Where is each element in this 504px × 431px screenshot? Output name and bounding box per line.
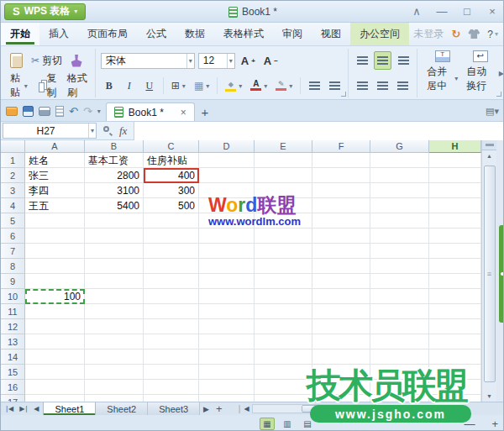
close-document-icon[interactable]: × xyxy=(169,107,186,118)
cell-G13[interactable] xyxy=(370,334,429,350)
cell-B9[interactable] xyxy=(85,274,144,289)
maximize-button[interactable]: □ xyxy=(454,1,480,23)
cell-B15[interactable] xyxy=(85,365,144,380)
menu-tab-6[interactable]: 审阅 xyxy=(273,23,312,45)
cell-F7[interactable] xyxy=(312,244,370,259)
cell-C5[interactable] xyxy=(144,213,199,229)
cell-H13[interactable] xyxy=(429,334,481,350)
cell-B17[interactable] xyxy=(85,395,144,402)
cell-F9[interactable] xyxy=(312,274,370,289)
column-header-C[interactable]: C xyxy=(144,140,199,153)
qat-customize-caret[interactable]: ▾ xyxy=(97,108,101,115)
cell-A9[interactable] xyxy=(25,274,85,289)
tab-row-options-icon[interactable]: ▤▾ xyxy=(486,106,504,121)
format-painter-icon-button[interactable] xyxy=(68,51,85,70)
menu-tab-0[interactable]: 开始 xyxy=(1,23,39,45)
row-header-8[interactable]: 8 xyxy=(1,259,25,274)
row-header-2[interactable]: 2 xyxy=(1,168,25,183)
cell-F3[interactable] xyxy=(312,183,370,198)
cell-style-button[interactable]: ▦▾ xyxy=(192,76,212,95)
paste-button[interactable]: 粘贴▾ xyxy=(8,76,30,95)
cell-D9[interactable] xyxy=(199,274,255,289)
column-header-H[interactable]: H xyxy=(429,140,481,153)
column-header-A[interactable]: A xyxy=(25,140,85,153)
align-middle-button[interactable] xyxy=(374,51,391,70)
cell-G8[interactable] xyxy=(370,259,429,274)
highlight-button[interactable]: ✎ ▾ xyxy=(273,76,295,95)
wps-logo-menu[interactable]: S WPS 表格 ▾ xyxy=(4,3,86,20)
cell-H12[interactable] xyxy=(429,319,481,334)
cell-G10[interactable] xyxy=(370,289,429,304)
cell-D2[interactable] xyxy=(199,168,255,183)
cut-button[interactable]: ✂剪切 xyxy=(29,51,65,70)
print-icon[interactable] xyxy=(39,107,50,116)
cell-A7[interactable] xyxy=(25,244,85,259)
first-sheet-button[interactable]: ∣◀ xyxy=(3,405,16,413)
align-bottom-button[interactable] xyxy=(395,51,412,70)
cell-D12[interactable] xyxy=(199,319,255,334)
select-all-corner[interactable] xyxy=(1,140,25,153)
sheet-tab-sheet1[interactable]: Sheet1 xyxy=(43,402,96,415)
cell-A14[interactable] xyxy=(25,350,85,365)
copy-button[interactable]: 复制 xyxy=(34,76,61,95)
next-sheet-button[interactable]: ▶ xyxy=(200,402,213,415)
align-left-button[interactable] xyxy=(354,76,370,95)
cell-C8[interactable] xyxy=(144,259,199,274)
decrease-indent-button[interactable] xyxy=(306,76,323,95)
add-sheet-button[interactable]: + xyxy=(213,402,226,415)
row-header-3[interactable]: 3 xyxy=(1,183,25,198)
minimize-button[interactable]: — xyxy=(429,1,454,23)
cell-B2[interactable]: 2800 xyxy=(85,168,144,183)
page-layout-view-button[interactable]: ▥ xyxy=(280,418,295,430)
column-header-E[interactable]: E xyxy=(255,140,312,153)
font-color-button[interactable]: A ▾ xyxy=(248,76,270,95)
cell-C2[interactable]: 400 xyxy=(144,168,199,183)
cell-A2[interactable]: 张三 xyxy=(25,168,85,183)
row-header-6[interactable]: 6 xyxy=(1,229,25,244)
ribbon-more-arrow[interactable]: ▶ xyxy=(499,70,504,77)
cell-C10[interactable] xyxy=(144,289,199,304)
cell-B3[interactable]: 3100 xyxy=(85,183,144,198)
cell-D6[interactable] xyxy=(199,229,255,244)
cell-C13[interactable] xyxy=(144,334,199,350)
cell-B10[interactable] xyxy=(85,289,144,304)
row-header-7[interactable]: 7 xyxy=(1,244,25,259)
cell-E11[interactable] xyxy=(255,304,312,319)
menu-tab-3[interactable]: 公式 xyxy=(137,23,176,45)
cell-B1[interactable]: 基本工资 xyxy=(85,153,144,168)
cell-G6[interactable] xyxy=(370,229,429,244)
cell-E6[interactable] xyxy=(255,229,312,244)
cell-B16[interactable] xyxy=(85,380,144,395)
vertical-scrollbar[interactable]: ▲ ≡ ▼ xyxy=(481,140,496,402)
promo-icon[interactable]: ↻ xyxy=(451,28,460,40)
search-icon[interactable] xyxy=(103,126,113,135)
underline-button[interactable]: U xyxy=(141,76,158,95)
cell-A4[interactable]: 王五 xyxy=(25,198,85,213)
cell-H11[interactable] xyxy=(429,304,481,319)
cell-F2[interactable] xyxy=(312,168,370,183)
merge-center-button[interactable]: T 合并居中▾ xyxy=(423,50,462,93)
cell-G9[interactable] xyxy=(370,274,429,289)
save-icon[interactable] xyxy=(23,106,34,117)
zoom-in-button[interactable]: + xyxy=(491,418,498,430)
cell-E8[interactable] xyxy=(255,259,312,274)
cell-G11[interactable] xyxy=(370,304,429,319)
row-header-16[interactable]: 16 xyxy=(1,380,25,395)
cell-E14[interactable] xyxy=(255,350,312,365)
borders-button[interactable]: ⊞▾ xyxy=(169,76,188,95)
login-status[interactable]: 未登录 xyxy=(413,27,444,41)
cell-C6[interactable] xyxy=(144,229,199,244)
collapse-ribbon-button[interactable]: ∧ xyxy=(404,1,429,23)
row-header-15[interactable]: 15 xyxy=(1,365,25,380)
cell-H2[interactable] xyxy=(429,168,481,183)
cell-D1[interactable] xyxy=(199,153,255,168)
row-header-5[interactable]: 5 xyxy=(1,213,25,229)
cell-F8[interactable] xyxy=(312,259,370,274)
cell-D14[interactable] xyxy=(199,350,255,365)
cell-E13[interactable] xyxy=(255,334,312,350)
cell-H14[interactable] xyxy=(429,350,481,365)
cell-G14[interactable] xyxy=(370,350,429,365)
cell-A5[interactable] xyxy=(25,213,85,229)
scroll-down-icon[interactable]: ▼ xyxy=(482,391,496,402)
cell-D7[interactable] xyxy=(199,244,255,259)
